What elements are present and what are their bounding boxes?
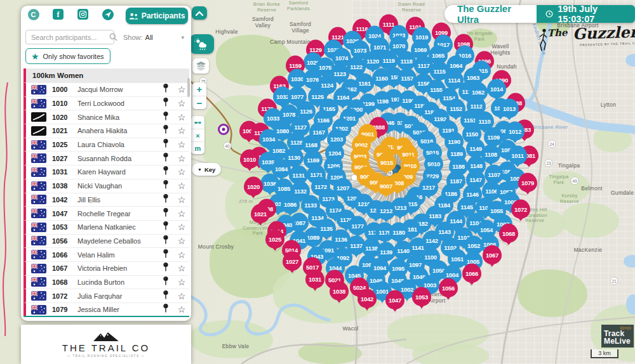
only-favorites-button[interactable]: ★ Only show favorites [25, 48, 110, 64]
map-pin-1068[interactable]: 1068 [499, 224, 518, 243]
participant-bib: 1042 [52, 196, 75, 204]
map-pin-1047[interactable]: 1047 [385, 290, 404, 309]
locate-pin-icon[interactable] [163, 97, 174, 110]
locate-pin-icon[interactable] [163, 111, 174, 124]
key-button[interactable]: ▼ Key [192, 163, 221, 176]
map-pin-1021[interactable]: 1021 [251, 204, 270, 223]
map-pin-1086[interactable]: 1086 [281, 195, 300, 214]
favorite-star-icon[interactable]: ☆ [174, 153, 189, 164]
layers-button[interactable] [192, 58, 209, 74]
map-pin-1056[interactable]: 1056 [439, 278, 458, 297]
favorite-star-icon[interactable]: ☆ [174, 291, 189, 301]
map-pin-1118[interactable]: 1118 [397, 51, 416, 70]
map-pin-1025[interactable]: 1025 [265, 230, 284, 249]
participant-row[interactable]: 1027Susannah Rodda☆ [23, 151, 189, 165]
favorite-star-icon[interactable]: ☆ [174, 98, 189, 108]
checkpoint-marker[interactable] [218, 124, 229, 135]
weather-toggle-button[interactable] [190, 34, 214, 54]
locate-pin-icon[interactable] [163, 124, 174, 137]
participant-row[interactable]: 1042Jill Ellis☆ [23, 193, 189, 207]
participant-row[interactable]: 1000Jacqui Morrow☆ [23, 82, 189, 96]
favorite-star-icon[interactable]: ☆ [174, 140, 189, 150]
participant-row[interactable]: 1067Victoria Hrebien☆ [23, 261, 189, 275]
locate-pin-icon[interactable] [163, 249, 174, 261]
favorite-star-icon[interactable]: ☆ [174, 277, 189, 287]
participant-row[interactable]: 1066Velan Halim☆ [23, 247, 189, 261]
map-pin-1079[interactable]: 1079 [518, 173, 537, 192]
zoom-in-button[interactable]: + [192, 82, 206, 96]
map-pin-1020[interactable]: 1020 [244, 177, 263, 196]
participant-row[interactable]: ☆ [23, 316, 189, 317]
locate-pin-icon[interactable] [163, 303, 174, 316]
favorite-star-icon[interactable]: ☆ [174, 222, 189, 232]
participant-row[interactable]: 1038Nicki Vaughan☆ [23, 179, 189, 193]
locate-pin-icon[interactable] [163, 152, 174, 165]
favorite-star-icon[interactable]: ☆ [174, 250, 189, 260]
map-pin-1160[interactable]: 1160 [372, 68, 391, 88]
list-scrollbar[interactable] [187, 78, 190, 97]
map-pin-1012[interactable]: 1012 [505, 122, 525, 141]
participant-row[interactable]: 1053Marlena Natkaniec☆ [23, 220, 189, 234]
search-input[interactable] [25, 30, 114, 44]
coros-icon[interactable]: C [27, 8, 39, 20]
locate-pin-icon[interactable] [163, 221, 174, 233]
favorite-star-icon[interactable]: ☆ [174, 126, 189, 136]
map-pin-1066[interactable]: 1066 [462, 264, 481, 283]
locate-pin-icon[interactable] [163, 138, 174, 151]
participant-row[interactable]: 1010Terri Lockwood☆ [23, 96, 189, 110]
measure-button[interactable]: ⊷ [191, 116, 204, 129]
clear-measure-button[interactable]: × [191, 129, 204, 141]
map-pin-1038[interactable]: 1038 [330, 282, 349, 301]
favorite-star-icon[interactable]: ☆ [174, 181, 189, 191]
locate-pin-icon[interactable] [163, 193, 174, 206]
locate-pin-icon[interactable] [163, 166, 174, 178]
favorite-star-icon[interactable]: ☆ [174, 263, 189, 273]
participant-row[interactable]: 1020Shanice Mika☆ [23, 110, 189, 124]
units-button[interactable]: m [191, 141, 204, 154]
favorite-star-icon[interactable]: ☆ [174, 195, 189, 205]
map-pin-1067[interactable]: 1067 [483, 245, 502, 264]
participant-row[interactable]: 1068Lucinda Burton☆ [23, 275, 189, 289]
locate-pin-icon[interactable] [163, 276, 174, 289]
map-pin-1042[interactable]: 1042 [358, 289, 377, 308]
locate-pin-icon[interactable] [163, 83, 174, 96]
locate-pin-icon[interactable] [163, 179, 174, 192]
participant-row[interactable]: 1072Julia Farquhar☆ [23, 289, 189, 302]
map-pin-9015[interactable]: 9015 [377, 153, 396, 172]
favorite-star-icon[interactable]: ☆ [174, 167, 189, 177]
zoom-out-button[interactable]: − [192, 96, 206, 109]
participant-row[interactable]: 1047Rochelle Tregear☆ [23, 206, 189, 220]
favorite-star-icon[interactable]: ☆ [174, 209, 189, 219]
participant-row[interactable]: 1025Laura Chiavola☆ [23, 138, 189, 152]
map-pin-1180[interactable]: 1180 [389, 223, 408, 242]
facebook-icon[interactable]: f [52, 8, 64, 20]
map-pin-1031[interactable]: 1031 [305, 270, 324, 289]
favorite-star-icon[interactable]: ☆ [174, 236, 189, 246]
locate-pin-icon[interactable] [163, 207, 174, 220]
map-pin-1014[interactable]: 1014 [487, 79, 506, 98]
locate-pin-icon[interactable] [163, 235, 174, 247]
instagram-icon[interactable] [77, 8, 89, 20]
map-pin-1027[interactable]: 1027 [283, 252, 302, 271]
map-pin-9007[interactable]: 9007 [377, 176, 396, 195]
map-pin-1010[interactable]: 1010 [240, 150, 259, 169]
tab-participants[interactable]: Participants [126, 8, 188, 24]
show-filter-select[interactable]: Show: All ▾ [119, 30, 188, 44]
locate-pin-icon[interactable] [163, 290, 174, 302]
favorite-star-icon[interactable]: ☆ [174, 304, 189, 315]
favorite-star-icon[interactable]: ☆ [174, 112, 189, 122]
map-pin-1072[interactable]: 1072 [511, 200, 530, 219]
map-pin-1013[interactable]: 1013 [500, 99, 519, 118]
map-pin-1120[interactable]: 1120 [363, 51, 382, 70]
participant-row[interactable]: 1056Maydelene Ceballos☆ [23, 234, 189, 248]
collapse-panel-button[interactable] [192, 6, 207, 20]
map-pin-1053[interactable]: 1053 [412, 287, 431, 306]
participant-row[interactable]: 1031Karen Hayward☆ [23, 165, 189, 179]
locate-pin-icon[interactable] [163, 262, 174, 275]
share-icon[interactable] [102, 8, 114, 20]
map-pin-1212[interactable]: 1212 [377, 201, 396, 220]
participant-row[interactable]: 1079Jessica Miller☆ [23, 302, 189, 316]
map-pin-1107[interactable]: 1107 [485, 165, 504, 184]
participant-name: Maydelene Ceballos [77, 237, 163, 245]
participant-row[interactable]: 1021Anahera Hiakita☆ [23, 124, 189, 138]
